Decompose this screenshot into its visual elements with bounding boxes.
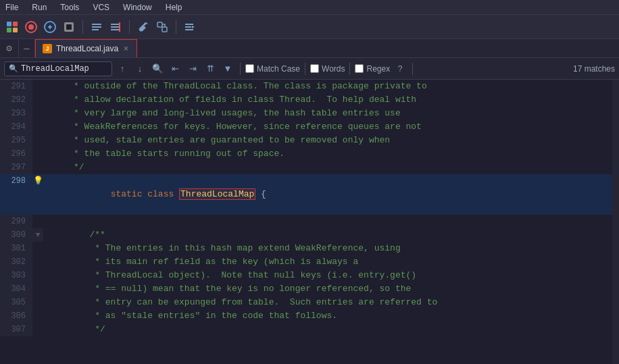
menu-bar: File Run Tools VCS Window Help: [0, 0, 619, 15]
match-case-text: Match Case: [257, 64, 300, 74]
toolbar-btn-4[interactable]: [61, 19, 77, 35]
toolbar-btn-9[interactable]: [182, 19, 198, 35]
toolbar-btn-wrench[interactable]: [135, 19, 151, 35]
tab-settings-btn[interactable]: ⚙: [0, 39, 19, 57]
search-find-prev-multi-btn[interactable]: ⇤: [168, 61, 182, 76]
bulb-icon[interactable]: 💡: [33, 174, 43, 188]
line-number: 293: [0, 107, 32, 120]
search-find-all-btn[interactable]: ⇈: [203, 61, 218, 76]
line-number: 295: [0, 134, 32, 147]
toolbar: [0, 15, 619, 39]
svg-point-5: [28, 24, 34, 30]
line-content: static class ThreadLocalMap {: [43, 174, 612, 215]
line-number: 294: [0, 120, 32, 134]
toolbar-sep-2: [129, 20, 130, 34]
svg-rect-17: [162, 27, 167, 32]
line-content: * == null) mean that the key is no longe…: [43, 282, 612, 296]
search-next-btn[interactable]: ↓: [132, 61, 147, 76]
matches-count: 17 matches: [573, 64, 615, 74]
svg-rect-2: [7, 28, 11, 32]
svg-rect-14: [111, 29, 120, 30]
search-find-next-multi-btn[interactable]: ⇥: [185, 61, 200, 76]
toolbar-btn-3[interactable]: [42, 19, 58, 35]
svg-rect-15: [119, 22, 120, 32]
line-number: 306: [0, 309, 32, 323]
tab-java-icon: J: [43, 44, 52, 53]
line-content: /**: [43, 228, 612, 242]
line-number: 299: [0, 215, 32, 228]
svg-rect-18: [185, 24, 193, 25]
editor-container: 291 * outside of the ThreadLocal class. …: [0, 80, 619, 364]
tab-minimize-btn[interactable]: —: [19, 39, 35, 57]
line-content: * entry can be expunged from table. Such…: [43, 296, 612, 309]
menu-tools[interactable]: Tools: [57, 1, 82, 14]
toolbar-btn-2[interactable]: [23, 19, 39, 35]
toolbar-btn-5[interactable]: [89, 19, 105, 35]
toolbar-sep-1: [82, 20, 83, 34]
search-input-wrap: 🔍: [4, 61, 112, 76]
line-content: * outside of the ThreadLocal class. The …: [43, 80, 612, 93]
line-content: * as "stale entries" in the code that fo…: [43, 309, 612, 323]
menu-vcs[interactable]: VCS: [90, 1, 112, 14]
search-sep-3: [349, 63, 350, 75]
line-number: 298: [0, 174, 32, 188]
line-number: 291: [0, 80, 32, 93]
table-row: 304 * == null) mean that the key is no l…: [0, 282, 612, 296]
menu-file[interactable]: File: [3, 1, 21, 14]
line-number: 302: [0, 255, 32, 269]
tab-threadlocal[interactable]: J ThreadLocal.java ×: [35, 39, 137, 57]
code-area[interactable]: 291 * outside of the ThreadLocal class. …: [0, 80, 612, 364]
line-content: * The entries in this hash map extend We…: [43, 242, 612, 255]
match-case-label[interactable]: Match Case: [245, 64, 300, 74]
words-checkbox[interactable]: [310, 64, 319, 73]
match-case-checkbox[interactable]: [245, 64, 254, 73]
regex-label[interactable]: Regex: [355, 64, 390, 74]
line-number: 301: [0, 242, 32, 255]
line-content: * the table starts running out of space.: [43, 147, 612, 161]
line-content: * WeakReferences for keys. However, sinc…: [43, 120, 612, 134]
svg-rect-10: [92, 26, 101, 28]
line-number: 305: [0, 296, 32, 309]
search-icon: 🔍: [9, 64, 18, 73]
line-content: */: [43, 323, 612, 336]
line-content: */: [43, 161, 612, 174]
toolbar-sep-3: [176, 20, 176, 34]
search-help-btn[interactable]: ?: [393, 61, 407, 76]
search-filter-btn[interactable]: ▼: [220, 61, 235, 76]
table-row: 302 * its main ref field as the key (whi…: [0, 255, 612, 269]
search-bar: 🔍 ↑ ↓ 🔍 ⇤ ⇥ ⇈ ▼ Match Case Words Regex ?…: [0, 58, 619, 80]
menu-run[interactable]: Run: [29, 1, 49, 14]
menu-help[interactable]: Help: [163, 1, 185, 14]
toolbar-btn-8[interactable]: [154, 19, 170, 35]
svg-rect-9: [92, 24, 101, 25]
line-number: 297: [0, 161, 32, 174]
svg-rect-1: [13, 22, 18, 26]
table-row: 297 */: [0, 161, 612, 174]
svg-rect-8: [66, 24, 72, 30]
words-text: Words: [322, 64, 345, 74]
line-fold[interactable]: ▼: [32, 228, 43, 242]
svg-rect-3: [13, 28, 18, 32]
search-input[interactable]: [21, 64, 95, 74]
search-sep-1: [240, 63, 241, 75]
table-row: 293 * very large and long-lived usages, …: [0, 107, 612, 120]
menu-window[interactable]: Window: [120, 1, 155, 14]
table-row: 305 * entry can be expunged from table. …: [0, 296, 612, 309]
line-fold[interactable]: 💡: [32, 174, 43, 188]
table-row: 307 */: [0, 323, 612, 336]
scrollbar-y[interactable]: [612, 80, 619, 364]
search-find-btn[interactable]: 🔍: [150, 61, 165, 76]
search-sep-2: [305, 63, 305, 75]
toolbar-btn-6[interactable]: [107, 19, 124, 35]
table-row: 303 * ThreadLocal object). Note that nul…: [0, 269, 612, 282]
table-row: 294 * WeakReferences for keys. However, …: [0, 120, 612, 134]
toolbar-btn-1[interactable]: [4, 19, 20, 35]
search-sep-4: [412, 63, 413, 75]
tab-close-btn[interactable]: ×: [122, 44, 130, 53]
words-label[interactable]: Words: [310, 64, 345, 74]
search-prev-btn[interactable]: ↑: [115, 61, 130, 76]
svg-rect-20: [185, 29, 193, 30]
table-row: 300 ▼ /**: [0, 228, 612, 242]
regex-checkbox[interactable]: [355, 64, 364, 73]
tab-filename: ThreadLocal.java: [56, 44, 118, 53]
